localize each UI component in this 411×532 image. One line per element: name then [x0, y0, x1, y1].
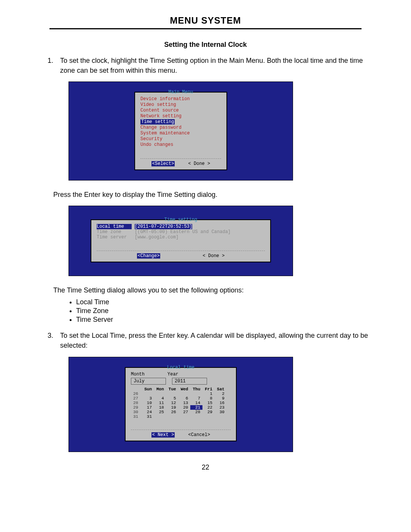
month-input[interactable]: July: [131, 378, 166, 385]
calendar-day[interactable]: [142, 391, 154, 396]
calendar-day[interactable]: 24: [142, 410, 154, 414]
calendar-week: 2917181920212223: [131, 405, 227, 410]
page-number: 22: [38, 463, 373, 471]
done-button[interactable]: < Done >: [203, 253, 225, 259]
step-1-number: 1.: [38, 56, 60, 75]
calendar-day[interactable]: [202, 414, 215, 419]
main-menu-item[interactable]: Video setting: [140, 102, 221, 108]
calendar-day[interactable]: 25: [154, 410, 166, 414]
main-menu-item[interactable]: Device information: [140, 96, 221, 102]
calendar-day[interactable]: 14: [190, 401, 202, 405]
calendar-week: 2810111213141516: [131, 401, 227, 405]
calendar-day[interactable]: [190, 414, 202, 419]
calendar-day[interactable]: 29: [202, 410, 215, 414]
calendar-day[interactable]: 1: [202, 391, 215, 396]
time-setting-rows: Local time[2011-07-22T20:52:53]Time zone…: [97, 224, 265, 240]
step-1: 1. To set the clock, highlight the Time …: [38, 56, 373, 75]
calendar-week: 273456789: [131, 396, 227, 401]
calendar-day[interactable]: [166, 414, 178, 419]
month-label: Month: [131, 372, 145, 377]
main-menu-item[interactable]: System maintenance: [140, 131, 221, 136]
calendar-day[interactable]: 7: [190, 396, 202, 401]
calendar-day[interactable]: 11: [154, 401, 166, 405]
main-menu-item[interactable]: Security: [140, 136, 221, 142]
calendar-week: 2612: [131, 391, 227, 396]
main-menu-item[interactable]: Time setting: [140, 119, 221, 125]
calendar-week: 3024252627282930: [131, 410, 227, 414]
text-after-shot2: The Time Setting dialog allows you to se…: [53, 285, 373, 295]
calendar-day[interactable]: 13: [178, 401, 191, 405]
time-setting-row[interactable]: Time server[www.google.com]: [97, 235, 265, 240]
calendar-week: 3131: [131, 414, 227, 419]
calendar-day[interactable]: 18: [154, 405, 166, 410]
calendar-dow: Sat: [215, 387, 227, 391]
main-menu-item[interactable]: Network setting: [140, 113, 221, 119]
calendar-day[interactable]: [154, 391, 166, 396]
calendar-day[interactable]: 23: [215, 405, 227, 410]
calendar-day[interactable]: 21: [190, 405, 202, 410]
calendar-dow: Sun: [142, 387, 154, 391]
step-3: 3. To set the Local Time, press the Ente…: [38, 331, 373, 350]
calendar-day[interactable]: [154, 414, 166, 419]
select-button[interactable]: <Select>: [151, 161, 175, 166]
calendar-day[interactable]: 4: [154, 396, 166, 401]
time-setting-row[interactable]: Local time[2011-07-22T20:52:53]: [97, 224, 265, 229]
calendar-day[interactable]: 8: [202, 396, 215, 401]
calendar-day[interactable]: 26: [166, 410, 178, 414]
screenshot-local-time: Local time Month Year July 2011 SunMonTu…: [68, 357, 293, 452]
calendar-day[interactable]: 10: [142, 401, 154, 405]
main-menu-title: Main Menu: [135, 89, 226, 95]
calendar-day[interactable]: [166, 391, 178, 396]
option-item: Time Zone: [76, 307, 373, 315]
step-1-text: To set the clock, highlight the Time Set…: [60, 56, 373, 75]
year-label: Year: [167, 372, 178, 377]
calendar-day[interactable]: 9: [215, 396, 227, 401]
calendar-day[interactable]: 22: [202, 405, 215, 410]
calendar-day[interactable]: 6: [178, 396, 191, 401]
calendar-day[interactable]: 16: [215, 401, 227, 405]
text-after-shot1: Press the Enter key to display the Time …: [53, 190, 373, 200]
main-menu-item[interactable]: Change password: [140, 125, 221, 131]
main-menu-item[interactable]: Undo changes: [140, 142, 221, 148]
calendar-day[interactable]: 12: [166, 401, 178, 405]
calendar-day[interactable]: 30: [215, 410, 227, 414]
calendar-day[interactable]: [215, 414, 227, 419]
main-menu-item[interactable]: Content source: [140, 108, 221, 113]
calendar-day[interactable]: 3: [142, 396, 154, 401]
cancel-button[interactable]: <Cancel>: [188, 432, 210, 438]
change-button[interactable]: <Change>: [137, 253, 161, 259]
time-setting-row[interactable]: Time zone[(GMT-05:00) Eastern US and Can…: [97, 229, 265, 235]
option-item: Local Time: [76, 298, 373, 306]
options-list: Local TimeTime ZoneTime Server: [76, 298, 373, 324]
year-input[interactable]: 2011: [172, 378, 207, 385]
calendar-day[interactable]: 17: [142, 405, 154, 410]
calendar-day[interactable]: 2: [215, 391, 227, 396]
calendar-day[interactable]: 5: [166, 396, 178, 401]
calendar-day[interactable]: [178, 391, 191, 396]
calendar-day[interactable]: 20: [178, 405, 191, 410]
calendar-dow: Tue: [166, 387, 178, 391]
time-setting-title: Time setting: [91, 217, 270, 222]
calendar-table: SunMonTueWedThuFriSat 261227345678928101…: [131, 387, 227, 419]
calendar-dow: Fri: [202, 387, 215, 391]
step-3-number: 3.: [38, 331, 60, 350]
calendar-dow: Thu: [190, 387, 202, 391]
calendar-day[interactable]: 27: [178, 410, 191, 414]
screenshot-time-setting: Time setting Local time[2011-07-22T20:52…: [68, 206, 293, 276]
calendar-day[interactable]: [178, 414, 191, 419]
calendar-day[interactable]: 19: [166, 405, 178, 410]
calendar-day[interactable]: 15: [202, 401, 215, 405]
calendar-dow: Wed: [178, 387, 191, 391]
calendar-day[interactable]: [190, 391, 202, 396]
next-button[interactable]: < Next >: [151, 432, 175, 438]
calendar-dow: Mon: [154, 387, 166, 391]
main-menu-list: Device informationVideo settingContent s…: [140, 96, 221, 148]
calendar-day[interactable]: 28: [190, 410, 202, 414]
done-button[interactable]: < Done >: [188, 161, 210, 166]
screenshot-main-menu: Main Menu Device informationVideo settin…: [68, 81, 293, 181]
local-time-title: Local time: [126, 365, 236, 370]
page-header: MENU SYSTEM: [49, 15, 362, 29]
calendar-day[interactable]: 31: [142, 414, 154, 419]
step-3-text: To set the Local Time, press the Enter k…: [60, 331, 373, 350]
option-item: Time Server: [76, 316, 373, 324]
